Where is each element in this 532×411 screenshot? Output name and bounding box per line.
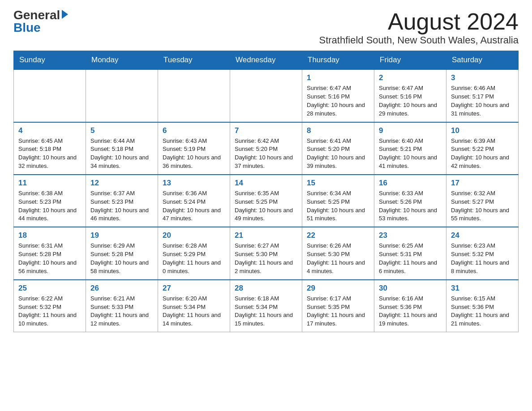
day-info: Sunrise: 6:29 AMSunset: 5:28 PMDaylight:… <box>90 242 153 275</box>
calendar-cell: 8Sunrise: 6:41 AMSunset: 5:20 PMDaylight… <box>302 122 374 175</box>
calendar-cell: 17Sunrise: 6:32 AMSunset: 5:27 PMDayligh… <box>446 175 519 227</box>
day-info: Sunrise: 6:34 AMSunset: 5:25 PMDaylight:… <box>307 189 369 223</box>
calendar-header-wednesday: Wednesday <box>230 51 302 70</box>
day-info: Sunrise: 6:33 AMSunset: 5:26 PMDaylight:… <box>379 189 442 223</box>
calendar-cell: 25Sunrise: 6:22 AMSunset: 5:32 PMDayligh… <box>14 280 86 332</box>
day-number: 21 <box>235 231 297 240</box>
day-info: Sunrise: 6:15 AMSunset: 5:36 PMDaylight:… <box>451 295 514 328</box>
calendar-header-monday: Monday <box>86 51 158 70</box>
day-info: Sunrise: 6:18 AMSunset: 5:34 PMDaylight:… <box>235 295 297 328</box>
day-info: Sunrise: 6:23 AMSunset: 5:32 PMDaylight:… <box>451 242 514 275</box>
day-number: 11 <box>18 179 81 188</box>
calendar-cell: 23Sunrise: 6:25 AMSunset: 5:31 PMDayligh… <box>374 227 446 279</box>
calendar-cell: 9Sunrise: 6:40 AMSunset: 5:21 PMDaylight… <box>374 122 446 175</box>
day-number: 26 <box>90 284 153 293</box>
calendar-cell: 22Sunrise: 6:26 AMSunset: 5:30 PMDayligh… <box>302 227 374 279</box>
day-number: 1 <box>307 73 369 82</box>
day-number: 17 <box>451 179 514 188</box>
calendar-cell: 16Sunrise: 6:33 AMSunset: 5:26 PMDayligh… <box>374 175 446 227</box>
day-number: 24 <box>451 231 514 240</box>
day-number: 30 <box>379 284 442 293</box>
day-info: Sunrise: 6:22 AMSunset: 5:32 PMDaylight:… <box>18 295 81 328</box>
calendar-header-tuesday: Tuesday <box>158 51 230 70</box>
calendar-cell: 28Sunrise: 6:18 AMSunset: 5:34 PMDayligh… <box>230 280 302 332</box>
calendar-week-row: 18Sunrise: 6:31 AMSunset: 5:28 PMDayligh… <box>14 227 519 279</box>
calendar-cell: 4Sunrise: 6:45 AMSunset: 5:18 PMDaylight… <box>14 122 86 175</box>
calendar-week-row: 11Sunrise: 6:38 AMSunset: 5:23 PMDayligh… <box>14 175 519 227</box>
day-number: 10 <box>451 126 514 135</box>
calendar-cell: 15Sunrise: 6:34 AMSunset: 5:25 PMDayligh… <box>302 175 374 227</box>
calendar-cell: 27Sunrise: 6:20 AMSunset: 5:34 PMDayligh… <box>158 280 230 332</box>
day-number: 20 <box>163 231 225 240</box>
day-number: 5 <box>90 126 153 135</box>
day-info: Sunrise: 6:39 AMSunset: 5:22 PMDaylight:… <box>451 137 514 171</box>
calendar-cell: 29Sunrise: 6:17 AMSunset: 5:35 PMDayligh… <box>302 280 374 332</box>
page-header: General Blue August 2024 Strathfield Sou… <box>13 9 519 46</box>
day-number: 25 <box>18 284 81 293</box>
calendar-cell: 1Sunrise: 6:47 AMSunset: 5:16 PMDaylight… <box>302 69 374 122</box>
logo-triangle-icon <box>62 10 68 19</box>
day-info: Sunrise: 6:17 AMSunset: 5:35 PMDaylight:… <box>307 295 369 328</box>
day-number: 13 <box>163 179 225 188</box>
calendar-cell: 21Sunrise: 6:27 AMSunset: 5:30 PMDayligh… <box>230 227 302 279</box>
day-number: 8 <box>307 126 369 135</box>
day-number: 12 <box>90 179 153 188</box>
day-number: 2 <box>379 73 442 82</box>
calendar-cell: 31Sunrise: 6:15 AMSunset: 5:36 PMDayligh… <box>446 280 519 332</box>
calendar-cell: 10Sunrise: 6:39 AMSunset: 5:22 PMDayligh… <box>446 122 519 175</box>
day-info: Sunrise: 6:25 AMSunset: 5:31 PMDaylight:… <box>379 242 442 275</box>
logo: General Blue <box>13 9 68 34</box>
day-number: 31 <box>451 284 514 293</box>
day-info: Sunrise: 6:31 AMSunset: 5:28 PMDaylight:… <box>18 242 81 275</box>
calendar-header-saturday: Saturday <box>446 51 519 70</box>
logo-blue: Blue <box>13 21 41 34</box>
calendar-cell <box>86 69 158 122</box>
location-title: Strathfield South, New South Wales, Aust… <box>319 34 519 46</box>
day-info: Sunrise: 6:37 AMSunset: 5:23 PMDaylight:… <box>90 189 153 223</box>
logo-general: General <box>13 9 60 21</box>
calendar-header-row: SundayMondayTuesdayWednesdayThursdayFrid… <box>14 51 519 70</box>
day-number: 4 <box>18 126 81 135</box>
day-info: Sunrise: 6:38 AMSunset: 5:23 PMDaylight:… <box>18 189 81 223</box>
day-info: Sunrise: 6:27 AMSunset: 5:30 PMDaylight:… <box>235 242 297 275</box>
day-number: 27 <box>163 284 225 293</box>
day-info: Sunrise: 6:16 AMSunset: 5:36 PMDaylight:… <box>379 295 442 328</box>
calendar-cell: 13Sunrise: 6:36 AMSunset: 5:24 PMDayligh… <box>158 175 230 227</box>
day-info: Sunrise: 6:28 AMSunset: 5:29 PMDaylight:… <box>163 242 225 275</box>
day-number: 22 <box>307 231 369 240</box>
day-info: Sunrise: 6:47 AMSunset: 5:16 PMDaylight:… <box>307 84 369 118</box>
day-info: Sunrise: 6:44 AMSunset: 5:18 PMDaylight:… <box>90 137 153 171</box>
day-info: Sunrise: 6:41 AMSunset: 5:20 PMDaylight:… <box>307 137 369 171</box>
day-number: 28 <box>235 284 297 293</box>
day-number: 3 <box>451 73 514 82</box>
calendar-cell: 30Sunrise: 6:16 AMSunset: 5:36 PMDayligh… <box>374 280 446 332</box>
calendar-week-row: 25Sunrise: 6:22 AMSunset: 5:32 PMDayligh… <box>14 280 519 332</box>
day-info: Sunrise: 6:47 AMSunset: 5:16 PMDaylight:… <box>379 84 442 118</box>
calendar-cell: 19Sunrise: 6:29 AMSunset: 5:28 PMDayligh… <box>86 227 158 279</box>
calendar-cell: 14Sunrise: 6:35 AMSunset: 5:25 PMDayligh… <box>230 175 302 227</box>
day-info: Sunrise: 6:36 AMSunset: 5:24 PMDaylight:… <box>163 189 225 223</box>
calendar-header-friday: Friday <box>374 51 446 70</box>
day-info: Sunrise: 6:35 AMSunset: 5:25 PMDaylight:… <box>235 189 297 223</box>
calendar-cell: 5Sunrise: 6:44 AMSunset: 5:18 PMDaylight… <box>86 122 158 175</box>
calendar-cell <box>230 69 302 122</box>
calendar-cell: 12Sunrise: 6:37 AMSunset: 5:23 PMDayligh… <box>86 175 158 227</box>
day-info: Sunrise: 6:40 AMSunset: 5:21 PMDaylight:… <box>379 137 442 171</box>
month-title: August 2024 <box>319 9 519 34</box>
day-info: Sunrise: 6:21 AMSunset: 5:33 PMDaylight:… <box>90 295 153 328</box>
calendar-cell: 3Sunrise: 6:46 AMSunset: 5:17 PMDaylight… <box>446 69 519 122</box>
day-number: 18 <box>18 231 81 240</box>
calendar-cell: 7Sunrise: 6:42 AMSunset: 5:20 PMDaylight… <box>230 122 302 175</box>
day-info: Sunrise: 6:32 AMSunset: 5:27 PMDaylight:… <box>451 189 514 223</box>
calendar-cell: 6Sunrise: 6:43 AMSunset: 5:19 PMDaylight… <box>158 122 230 175</box>
day-info: Sunrise: 6:26 AMSunset: 5:30 PMDaylight:… <box>307 242 369 275</box>
day-info: Sunrise: 6:45 AMSunset: 5:18 PMDaylight:… <box>18 137 81 171</box>
day-info: Sunrise: 6:46 AMSunset: 5:17 PMDaylight:… <box>451 84 514 118</box>
calendar-cell: 24Sunrise: 6:23 AMSunset: 5:32 PMDayligh… <box>446 227 519 279</box>
day-info: Sunrise: 6:43 AMSunset: 5:19 PMDaylight:… <box>163 137 225 171</box>
calendar-table: SundayMondayTuesdayWednesdayThursdayFrid… <box>13 51 519 332</box>
day-number: 23 <box>379 231 442 240</box>
calendar-cell: 11Sunrise: 6:38 AMSunset: 5:23 PMDayligh… <box>14 175 86 227</box>
calendar-cell: 20Sunrise: 6:28 AMSunset: 5:29 PMDayligh… <box>158 227 230 279</box>
day-number: 9 <box>379 126 442 135</box>
